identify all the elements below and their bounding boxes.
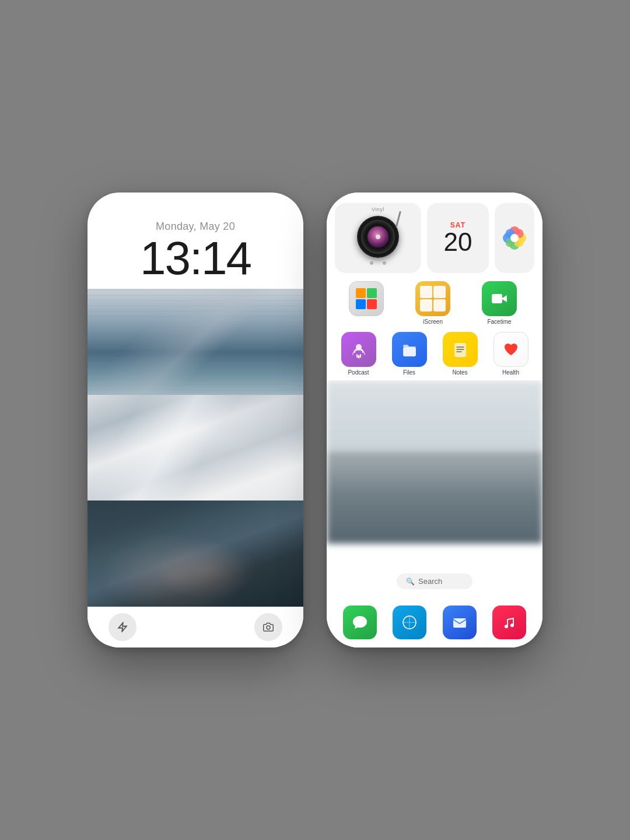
safari-dock-icon [393,606,426,639]
svg-marker-0 [118,623,127,632]
blurred-top [327,380,542,450]
app-label-health: Health [502,369,519,376]
blurred-dark [327,450,542,544]
health-icon [494,332,528,367]
iscreen-widget-icon [349,281,384,316]
svg-rect-18 [454,343,466,357]
svg-point-1 [267,626,270,629]
app-item-iscreen[interactable]: iScreen [401,281,464,325]
app-row-2: Podcast Files [327,330,542,380]
podcast-icon [341,332,376,367]
flashlight-button[interactable] [108,613,136,641]
messages-dock-icon [343,606,377,639]
app-label-iscreen: iScreen [423,318,443,325]
lock-date: Monday, May 20 [156,220,235,233]
files-icon [392,332,427,367]
photos-widget[interactable] [495,203,534,273]
dock-item-safari[interactable] [393,606,426,639]
svg-point-28 [505,625,508,628]
calendar-widget[interactable]: SAT 20 [427,203,489,273]
svg-rect-27 [453,618,466,628]
app-item-files[interactable]: Files [386,332,433,376]
lock-bottom-bar [88,607,303,648]
calendar-day-number: 20 [443,229,472,255]
widget-row: Vinyl SAT 20 [327,192,542,276]
search-icon: 🔍 [406,578,415,586]
lock-image-ocean [88,289,303,395]
lock-image-mountain [88,395,303,501]
dock-item-music[interactable] [492,606,526,639]
app-label-podcast: Podcast [348,369,369,376]
app-item-health[interactable]: Health [487,332,534,376]
app-item-notes[interactable]: Notes [436,332,484,376]
facetime-icon [482,281,517,316]
home-content: Vinyl SAT 20 [327,192,542,648]
app-item-podcast[interactable]: Podcast [335,332,382,376]
notes-icon [443,332,478,367]
search-text: Search [418,577,442,586]
dock-item-messages[interactable] [343,606,377,639]
vinyl-disc-wrapper [356,215,400,259]
svg-rect-16 [403,347,416,356]
lock-screen-phone: Monday, May 20 13:14 [88,192,303,648]
dock [327,600,542,648]
dock-item-mail[interactable] [443,606,477,639]
lock-time: 13:14 [140,235,251,282]
lock-image-flower [88,501,303,607]
vinyl-prev [370,261,373,265]
vinyl-needle [396,211,401,228]
photos-icon [501,225,528,251]
app-label-facetime: Facetime [487,318,511,325]
app-item-facetime[interactable]: Facetime [468,281,531,325]
iscreen-icon [415,281,450,316]
blurred-content-area: 🔍 Search [327,380,542,600]
svg-point-29 [510,624,514,627]
vinyl-widget-label: Vinyl [372,206,384,212]
app-item-iscreen-widget[interactable] [335,281,398,325]
search-bar[interactable]: 🔍 Search [397,573,473,589]
home-screen-phone: Vinyl SAT 20 [327,192,542,648]
svg-point-10 [510,234,519,242]
app-row-1: iScreen Facetime [327,276,542,330]
app-label-files: Files [403,369,415,376]
camera-button[interactable] [254,613,282,641]
vinyl-play [383,261,386,265]
vinyl-widget[interactable]: Vinyl [335,203,421,273]
mail-dock-icon [443,606,477,639]
app-label-notes: Notes [452,369,467,376]
lock-image-panels [88,289,303,607]
music-dock-icon [492,606,526,639]
vinyl-controls [370,261,386,265]
svg-rect-11 [492,294,502,303]
search-bar-container: 🔍 Search [397,573,473,589]
vinyl-disc [357,216,399,258]
